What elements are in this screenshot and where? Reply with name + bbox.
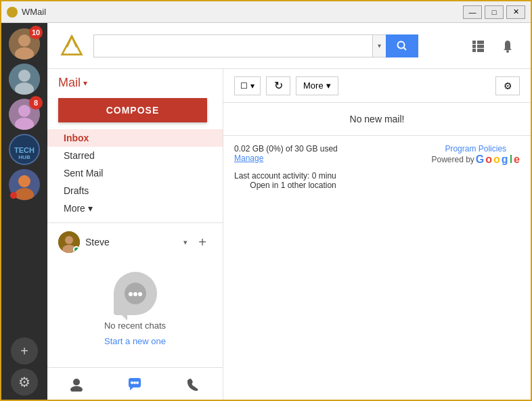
badge-1: 10 [29, 26, 43, 39]
more-arrow-icon: ▾ [326, 80, 331, 91]
nav-item-starred[interactable]: Starred [47, 147, 223, 164]
compose-button[interactable]: COMPOSE [58, 98, 207, 122]
avatar-item-3[interactable]: 8 [9, 99, 40, 130]
chat-user-name: Steve [85, 237, 178, 247]
more-label: More [303, 80, 324, 91]
avatar-item-1[interactable]: 10 [9, 28, 40, 60]
svg-line-19 [403, 47, 406, 50]
powered-by-label: Powered by [431, 155, 474, 164]
refresh-icon: ↻ [274, 79, 283, 92]
tab-contacts[interactable] [47, 368, 106, 401]
tab-chat[interactable] [106, 368, 164, 401]
avatar-sidebar: 10 8 [1, 23, 47, 401]
svg-point-31 [65, 236, 73, 244]
policy-info-block: Program Policies Powered by Google [431, 144, 520, 166]
mail-label: Mail [58, 76, 81, 90]
no-chats-text: No recent chats [104, 321, 166, 331]
svg-point-29 [506, 50, 509, 53]
title-bar-left: WMail [7, 7, 46, 18]
storage-info-text: 0.02 GB (0%) of 30 GB used [234, 144, 338, 154]
window-controls: — □ ✕ [463, 5, 525, 19]
mail-label-row: Mail ▾ [47, 69, 223, 94]
svg-marker-40 [130, 387, 133, 390]
nav-item-sent[interactable]: Sent Mail [47, 164, 223, 182]
search-dropdown-button[interactable]: ▾ [372, 34, 386, 57]
start-new-chat-link[interactable]: Start a new one [104, 336, 166, 346]
chat-bubble-icon [114, 272, 157, 315]
search-button[interactable] [386, 34, 418, 57]
add-account-button[interactable]: + [11, 337, 38, 364]
minimize-button[interactable]: — [463, 5, 482, 19]
plus-icon: + [20, 344, 28, 359]
right-toolbar: ☐ ▾ ↻ More ▾ ⚙ [223, 69, 531, 103]
bottom-tabs [47, 367, 223, 401]
avatar-item-4[interactable]: TECH HUB [9, 134, 40, 165]
main-panels: Mail ▾ COMPOSE Inbox Starred Sent Mail [47, 69, 531, 401]
google-g2: g [502, 154, 508, 166]
svg-point-1 [18, 34, 30, 47]
chat-user-row: Steve ▾ + [58, 229, 212, 256]
activity-info: Last account activity: 0 minu Open in 1 … [234, 171, 336, 190]
left-panel: Mail ▾ COMPOSE Inbox Starred Sent Mail [47, 69, 223, 401]
grid-icon-button[interactable] [466, 34, 490, 58]
more-button[interactable]: More ▾ [296, 76, 338, 95]
google-l: l [510, 154, 512, 166]
svg-line-17 [72, 36, 76, 47]
svg-rect-20 [472, 41, 476, 44]
nav-label-inbox: Inbox [64, 133, 89, 143]
program-policies-link[interactable]: Program Policies [431, 144, 520, 154]
add-chat-button[interactable]: + [193, 233, 212, 252]
settings-icon: ⚙ [504, 80, 512, 91]
avatar-item-5[interactable] [9, 169, 40, 200]
content-area: ▾ [47, 23, 531, 401]
nav-label-sent: Sent Mail [64, 168, 103, 179]
app-container: 10 8 [1, 23, 531, 401]
svg-point-34 [129, 292, 133, 296]
maximize-button[interactable]: □ [485, 5, 504, 19]
chat-section: Steve ▾ + No rece [47, 222, 223, 367]
svg-rect-24 [477, 45, 481, 48]
svg-rect-28 [481, 49, 484, 52]
select-checkbox-button[interactable]: ☐ ▾ [234, 76, 261, 95]
nav-item-more[interactable]: More ▾ [47, 199, 223, 217]
mail-dropdown-arrow[interactable]: ▾ [83, 78, 87, 88]
refresh-button[interactable]: ↻ [266, 76, 290, 95]
svg-rect-25 [481, 45, 484, 48]
logo [58, 32, 85, 60]
nav-item-inbox[interactable]: Inbox [47, 129, 223, 147]
manage-link[interactable]: Manage [234, 154, 338, 163]
google-g: G [476, 154, 484, 166]
svg-point-42 [133, 381, 136, 384]
svg-point-38 [70, 386, 83, 392]
svg-line-16 [67, 36, 72, 47]
gear-icon: ⚙ [18, 374, 30, 390]
svg-point-7 [18, 105, 30, 117]
settings-button[interactable]: ⚙ [495, 76, 520, 95]
bell-icon-button[interactable] [495, 34, 520, 58]
tab-phone[interactable] [164, 368, 223, 401]
google-o2: o [493, 154, 500, 166]
chat-dropdown-arrow[interactable]: ▾ [183, 238, 187, 247]
activity-line1: Last account activity: 0 minu [234, 171, 336, 181]
nav-label-starred: Starred [64, 150, 95, 161]
nav-items: Inbox Starred Sent Mail Drafts More [47, 129, 223, 222]
nav-item-drafts[interactable]: Drafts [47, 182, 223, 199]
svg-point-4 [18, 70, 30, 82]
app-title: WMail [22, 7, 46, 17]
search-input[interactable] [93, 34, 372, 57]
avatar-item-2[interactable] [9, 64, 40, 95]
nav-label-drafts: Drafts [64, 185, 89, 196]
svg-rect-26 [472, 49, 476, 52]
svg-rect-21 [477, 41, 481, 44]
sidebar-settings-button[interactable]: ⚙ [11, 369, 38, 396]
google-e: e [514, 154, 520, 166]
google-o1: o [485, 154, 492, 166]
no-chats-area: No recent chats Start a new one [58, 256, 212, 362]
close-button[interactable]: ✕ [506, 5, 525, 19]
no-mail-banner: No new mail! [223, 103, 531, 136]
svg-rect-23 [472, 45, 476, 48]
search-container: ▾ [93, 34, 418, 57]
svg-point-37 [73, 379, 80, 385]
svg-rect-22 [481, 41, 484, 44]
chat-avatar [58, 231, 80, 253]
